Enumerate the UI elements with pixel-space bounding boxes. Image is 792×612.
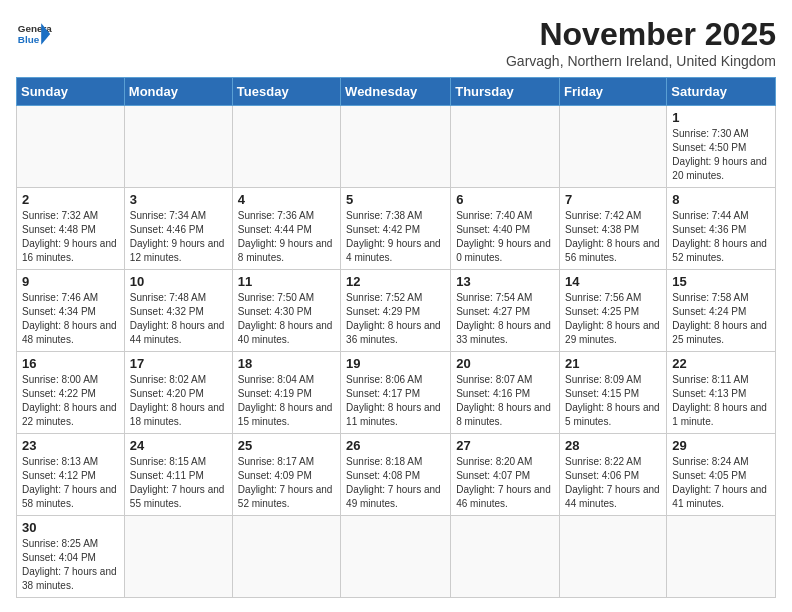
day-cell: 23Sunrise: 8:13 AM Sunset: 4:12 PM Dayli…	[17, 434, 125, 516]
day-number: 30	[22, 520, 119, 535]
day-cell	[341, 516, 451, 598]
day-cell: 24Sunrise: 8:15 AM Sunset: 4:11 PM Dayli…	[124, 434, 232, 516]
day-info: Sunrise: 7:46 AM Sunset: 4:34 PM Dayligh…	[22, 291, 119, 347]
weekday-header-thursday: Thursday	[451, 78, 560, 106]
day-cell: 5Sunrise: 7:38 AM Sunset: 4:42 PM Daylig…	[341, 188, 451, 270]
week-row-1: 1Sunrise: 7:30 AM Sunset: 4:50 PM Daylig…	[17, 106, 776, 188]
day-info: Sunrise: 7:42 AM Sunset: 4:38 PM Dayligh…	[565, 209, 661, 265]
day-info: Sunrise: 7:32 AM Sunset: 4:48 PM Dayligh…	[22, 209, 119, 265]
day-info: Sunrise: 8:07 AM Sunset: 4:16 PM Dayligh…	[456, 373, 554, 429]
day-info: Sunrise: 8:17 AM Sunset: 4:09 PM Dayligh…	[238, 455, 335, 511]
day-number: 9	[22, 274, 119, 289]
day-number: 27	[456, 438, 554, 453]
day-info: Sunrise: 8:24 AM Sunset: 4:05 PM Dayligh…	[672, 455, 770, 511]
day-cell: 19Sunrise: 8:06 AM Sunset: 4:17 PM Dayli…	[341, 352, 451, 434]
title-area: November 2025 Garvagh, Northern Ireland,…	[506, 16, 776, 69]
subtitle: Garvagh, Northern Ireland, United Kingdo…	[506, 53, 776, 69]
day-number: 4	[238, 192, 335, 207]
day-info: Sunrise: 8:09 AM Sunset: 4:15 PM Dayligh…	[565, 373, 661, 429]
week-row-3: 9Sunrise: 7:46 AM Sunset: 4:34 PM Daylig…	[17, 270, 776, 352]
weekday-header-friday: Friday	[560, 78, 667, 106]
day-cell	[560, 516, 667, 598]
day-number: 16	[22, 356, 119, 371]
day-number: 8	[672, 192, 770, 207]
month-title: November 2025	[506, 16, 776, 53]
day-cell	[451, 106, 560, 188]
day-number: 23	[22, 438, 119, 453]
day-cell: 7Sunrise: 7:42 AM Sunset: 4:38 PM Daylig…	[560, 188, 667, 270]
day-number: 24	[130, 438, 227, 453]
day-info: Sunrise: 7:48 AM Sunset: 4:32 PM Dayligh…	[130, 291, 227, 347]
day-info: Sunrise: 8:06 AM Sunset: 4:17 PM Dayligh…	[346, 373, 445, 429]
day-cell: 8Sunrise: 7:44 AM Sunset: 4:36 PM Daylig…	[667, 188, 776, 270]
day-number: 14	[565, 274, 661, 289]
day-info: Sunrise: 8:04 AM Sunset: 4:19 PM Dayligh…	[238, 373, 335, 429]
day-info: Sunrise: 8:18 AM Sunset: 4:08 PM Dayligh…	[346, 455, 445, 511]
day-cell: 10Sunrise: 7:48 AM Sunset: 4:32 PM Dayli…	[124, 270, 232, 352]
day-cell	[560, 106, 667, 188]
day-info: Sunrise: 8:02 AM Sunset: 4:20 PM Dayligh…	[130, 373, 227, 429]
svg-text:Blue: Blue	[18, 34, 40, 45]
day-cell: 30Sunrise: 8:25 AM Sunset: 4:04 PM Dayli…	[17, 516, 125, 598]
day-number: 15	[672, 274, 770, 289]
day-number: 6	[456, 192, 554, 207]
day-info: Sunrise: 7:58 AM Sunset: 4:24 PM Dayligh…	[672, 291, 770, 347]
day-number: 19	[346, 356, 445, 371]
day-number: 1	[672, 110, 770, 125]
day-cell: 4Sunrise: 7:36 AM Sunset: 4:44 PM Daylig…	[232, 188, 340, 270]
logo-icon: General Blue	[16, 16, 52, 52]
day-number: 11	[238, 274, 335, 289]
day-cell	[451, 516, 560, 598]
day-cell: 27Sunrise: 8:20 AM Sunset: 4:07 PM Dayli…	[451, 434, 560, 516]
day-cell: 25Sunrise: 8:17 AM Sunset: 4:09 PM Dayli…	[232, 434, 340, 516]
day-cell	[341, 106, 451, 188]
day-cell: 18Sunrise: 8:04 AM Sunset: 4:19 PM Dayli…	[232, 352, 340, 434]
day-cell: 17Sunrise: 8:02 AM Sunset: 4:20 PM Dayli…	[124, 352, 232, 434]
week-row-4: 16Sunrise: 8:00 AM Sunset: 4:22 PM Dayli…	[17, 352, 776, 434]
day-info: Sunrise: 7:34 AM Sunset: 4:46 PM Dayligh…	[130, 209, 227, 265]
day-cell	[124, 106, 232, 188]
day-cell: 20Sunrise: 8:07 AM Sunset: 4:16 PM Dayli…	[451, 352, 560, 434]
day-info: Sunrise: 7:56 AM Sunset: 4:25 PM Dayligh…	[565, 291, 661, 347]
day-cell	[124, 516, 232, 598]
week-row-6: 30Sunrise: 8:25 AM Sunset: 4:04 PM Dayli…	[17, 516, 776, 598]
logo: General Blue	[16, 16, 52, 52]
weekday-header-saturday: Saturday	[667, 78, 776, 106]
day-number: 10	[130, 274, 227, 289]
header: General Blue November 2025 Garvagh, Nort…	[16, 16, 776, 69]
day-number: 17	[130, 356, 227, 371]
day-cell: 15Sunrise: 7:58 AM Sunset: 4:24 PM Dayli…	[667, 270, 776, 352]
week-row-5: 23Sunrise: 8:13 AM Sunset: 4:12 PM Dayli…	[17, 434, 776, 516]
day-cell	[17, 106, 125, 188]
calendar: SundayMondayTuesdayWednesdayThursdayFrid…	[16, 77, 776, 598]
week-row-2: 2Sunrise: 7:32 AM Sunset: 4:48 PM Daylig…	[17, 188, 776, 270]
day-number: 3	[130, 192, 227, 207]
day-info: Sunrise: 7:52 AM Sunset: 4:29 PM Dayligh…	[346, 291, 445, 347]
day-cell: 12Sunrise: 7:52 AM Sunset: 4:29 PM Dayli…	[341, 270, 451, 352]
day-info: Sunrise: 7:44 AM Sunset: 4:36 PM Dayligh…	[672, 209, 770, 265]
weekday-header-tuesday: Tuesday	[232, 78, 340, 106]
day-number: 13	[456, 274, 554, 289]
day-number: 22	[672, 356, 770, 371]
weekday-header-row: SundayMondayTuesdayWednesdayThursdayFrid…	[17, 78, 776, 106]
day-info: Sunrise: 7:36 AM Sunset: 4:44 PM Dayligh…	[238, 209, 335, 265]
day-cell	[667, 516, 776, 598]
day-info: Sunrise: 8:11 AM Sunset: 4:13 PM Dayligh…	[672, 373, 770, 429]
day-cell: 9Sunrise: 7:46 AM Sunset: 4:34 PM Daylig…	[17, 270, 125, 352]
day-cell: 13Sunrise: 7:54 AM Sunset: 4:27 PM Dayli…	[451, 270, 560, 352]
day-info: Sunrise: 7:30 AM Sunset: 4:50 PM Dayligh…	[672, 127, 770, 183]
weekday-header-monday: Monday	[124, 78, 232, 106]
day-cell	[232, 516, 340, 598]
weekday-header-wednesday: Wednesday	[341, 78, 451, 106]
day-info: Sunrise: 8:15 AM Sunset: 4:11 PM Dayligh…	[130, 455, 227, 511]
day-number: 2	[22, 192, 119, 207]
day-number: 25	[238, 438, 335, 453]
day-cell: 11Sunrise: 7:50 AM Sunset: 4:30 PM Dayli…	[232, 270, 340, 352]
day-cell: 14Sunrise: 7:56 AM Sunset: 4:25 PM Dayli…	[560, 270, 667, 352]
day-info: Sunrise: 7:38 AM Sunset: 4:42 PM Dayligh…	[346, 209, 445, 265]
day-number: 21	[565, 356, 661, 371]
day-info: Sunrise: 8:00 AM Sunset: 4:22 PM Dayligh…	[22, 373, 119, 429]
day-number: 7	[565, 192, 661, 207]
day-info: Sunrise: 8:22 AM Sunset: 4:06 PM Dayligh…	[565, 455, 661, 511]
day-info: Sunrise: 8:13 AM Sunset: 4:12 PM Dayligh…	[22, 455, 119, 511]
